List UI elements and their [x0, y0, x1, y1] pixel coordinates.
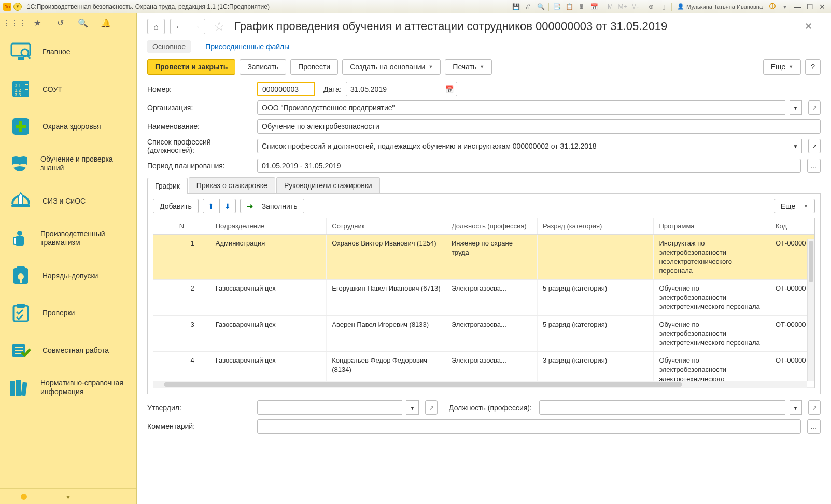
sidebar-item-collab[interactable]: Совместная работа [0, 332, 136, 369]
m-button[interactable]: M [604, 2, 616, 12]
date-input[interactable]: 31.05.2019 [346, 82, 439, 96]
move-down-button[interactable]: ⬇ [219, 199, 236, 213]
star-icon[interactable]: ★ [32, 18, 43, 28]
search-icon[interactable]: 🔍 [78, 18, 88, 28]
calc-icon[interactable]: 🖩 [576, 2, 587, 12]
zoom-icon[interactable]: ⊕ [645, 2, 657, 12]
sidebar-item-main[interactable]: Главное [0, 33, 136, 70]
tab-intern-order[interactable]: Приказ о стажировке [189, 177, 275, 193]
injury-icon [8, 227, 31, 250]
tab-main[interactable]: Основное [147, 40, 191, 53]
compare-icon[interactable]: 📑 [551, 2, 562, 12]
fill-button[interactable]: ➜ Заполнить [240, 199, 304, 213]
period-picker-button[interactable]: … [807, 159, 821, 173]
number-input[interactable]: 000000003 [257, 82, 315, 96]
m-minus-button[interactable]: M- [629, 2, 641, 12]
favorite-star-icon[interactable]: ☆ [214, 19, 225, 34]
save-button[interactable]: Записать [240, 59, 286, 75]
comment-input[interactable] [257, 419, 801, 434]
app-menu-dropdown[interactable]: ▼ [13, 3, 22, 11]
org-dropdown-button[interactable]: ▼ [790, 100, 802, 115]
sidebar-item-siz[interactable]: СИЗ и СиОС [0, 182, 136, 220]
sidebar-item-sout[interactable]: 3.13.23.3 СОУТ [0, 70, 136, 108]
name-input[interactable]: Обучение по электробезопасности [257, 119, 821, 134]
home-button[interactable]: ⌂ [147, 19, 165, 34]
bell-icon[interactable]: 🔔 [101, 18, 111, 28]
tab-supervisors[interactable]: Руководители стажировки [276, 177, 380, 193]
horizontal-scrollbar[interactable] [153, 381, 807, 388]
th-n[interactable]: N [153, 218, 210, 235]
sidebar: ⋮⋮⋮ ★ ↺ 🔍 🔔 Главное 3.13.23.3 СОУТ Охран… [0, 13, 137, 504]
create-based-button[interactable]: Создать на основании▼ [342, 59, 441, 75]
th-pos[interactable]: Должность (профессия) [446, 218, 537, 235]
calendar-icon[interactable]: 📅 [588, 2, 600, 12]
help-button[interactable]: ? [805, 59, 821, 75]
post-and-close-button[interactable]: Провести и закрыть [147, 59, 235, 75]
list-open-button[interactable]: ↗ [808, 139, 821, 153]
print-icon[interactable]: 🖨 [523, 2, 534, 12]
dropdown-icon[interactable]: ▾ [779, 2, 791, 12]
collab-icon [8, 339, 33, 362]
preview-icon[interactable]: 🔍 [535, 2, 546, 12]
panel-more-button[interactable]: Еще ▼ [774, 199, 815, 213]
info-icon[interactable]: ⓘ [767, 2, 778, 12]
vertical-scrollbar[interactable] [807, 239, 814, 381]
save-doc-icon[interactable]: 💾 [510, 2, 522, 12]
table-row[interactable]: 3Газосварочный цехАверен Павел Игоревич … [153, 315, 814, 352]
th-code[interactable]: Код [770, 218, 814, 235]
label-period: Период планирования: [147, 162, 253, 170]
history-icon[interactable]: ↺ [55, 18, 65, 28]
comment-expand[interactable]: … [807, 419, 821, 434]
approved-dropdown[interactable]: ▼ [406, 400, 419, 415]
tab-files[interactable]: Присоединенные файлы [200, 40, 294, 53]
nav-back-forward[interactable]: ← → [170, 19, 205, 34]
apps-icon[interactable]: ⋮⋮⋮ [9, 18, 20, 28]
user-name[interactable]: 👤Мулькина Татьяна Ивановна [674, 2, 766, 12]
org-input[interactable]: ООО "Производственное предприятие" [257, 100, 785, 115]
minimize-button[interactable]: — [792, 2, 803, 12]
calendar-picker-button[interactable]: 📅 [443, 82, 457, 96]
sidebar-item-reference[interactable]: Нормативно-справочная информация [0, 369, 136, 406]
approved-open[interactable]: ↗ [425, 400, 438, 415]
th-cat[interactable]: Разряд (категория) [537, 218, 654, 235]
table-row[interactable]: 2Газосварочный цехЕгорушкин Павел Иванов… [153, 280, 814, 316]
close-button[interactable]: ✕ [816, 2, 828, 12]
position-open[interactable]: ↗ [808, 400, 821, 415]
clipboard-icon[interactable]: 📋 [564, 2, 575, 12]
org-open-button[interactable]: ↗ [808, 100, 821, 115]
label-comment: Комментарий: [147, 422, 253, 430]
position-input[interactable] [539, 400, 785, 415]
close-page-button[interactable]: ✕ [800, 19, 816, 34]
sidebar-item-health[interactable]: Охрана здоровья [0, 108, 136, 145]
sidebar-item-training[interactable]: Обучение и проверка знаний [0, 145, 136, 182]
maximize-button[interactable]: ☐ [804, 2, 815, 12]
sidebar-item-checks[interactable]: Проверки [0, 294, 136, 332]
back-icon[interactable]: ← [171, 22, 188, 31]
forward-icon[interactable]: → [188, 22, 205, 31]
form: Номер: 000000003 Дата: 31.05.2019 📅 Орга… [137, 82, 831, 177]
sidebar-expand[interactable]: ▾ [0, 488, 136, 504]
tab-schedule[interactable]: График [147, 178, 188, 194]
sidebar-item-injury[interactable]: Производственный травматизм [0, 220, 136, 257]
ppe-icon [8, 190, 33, 212]
sidebar-item-permits[interactable]: Наряды-допуски [0, 257, 136, 294]
medical-icon [8, 115, 33, 138]
post-button[interactable]: Провести [290, 59, 338, 75]
approved-input[interactable] [257, 400, 402, 415]
list-dropdown-button[interactable]: ▼ [790, 139, 802, 153]
period-input[interactable]: 01.05.2019 - 31.05.2019 [257, 159, 801, 173]
th-dep[interactable]: Подразделение [210, 218, 327, 235]
add-button[interactable]: Добавить [153, 199, 199, 213]
th-prog[interactable]: Программа [654, 218, 770, 235]
table-row[interactable]: 1АдминистрацияОхранов Виктор Иванович (1… [153, 235, 814, 280]
more-button[interactable]: Еще▼ [763, 59, 801, 75]
m-plus-button[interactable]: M+ [617, 2, 628, 12]
svg-rect-25 [10, 381, 15, 396]
panel-icon[interactable]: ▯ [658, 2, 669, 12]
list-input[interactable]: Список профессий и должностей, подлежащи… [257, 139, 785, 153]
move-up-button[interactable]: ⬆ [203, 199, 219, 213]
print-button[interactable]: Печать▼ [445, 59, 492, 75]
position-dropdown[interactable]: ▼ [790, 400, 802, 415]
th-emp[interactable]: Сотрудник [327, 218, 446, 235]
svg-rect-27 [21, 382, 27, 396]
